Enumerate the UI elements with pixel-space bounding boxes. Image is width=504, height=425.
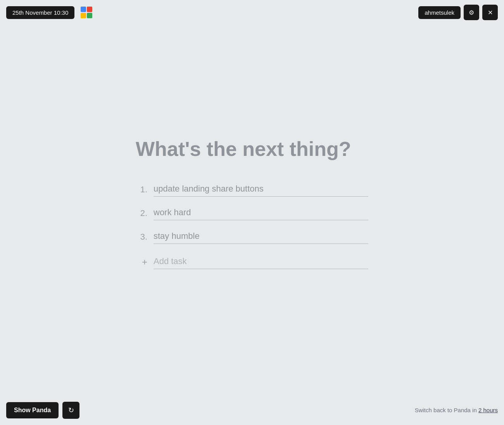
gear-icon: ⚙ xyxy=(469,9,474,16)
page-title: What's the next thing? xyxy=(136,137,351,161)
header-right: ahmetsulek ⚙ ✕ xyxy=(418,5,498,20)
task-input-3[interactable] xyxy=(154,230,368,244)
main-content: What's the next thing? 1. 2. 3. + xyxy=(136,137,368,272)
datetime-badge: 25th November 10:30 xyxy=(6,6,74,19)
user-badge: ahmetsulek xyxy=(418,6,461,19)
task-input-2[interactable] xyxy=(154,206,368,220)
header: 25th November 10:30 ahmetsulek ⚙ ✕ xyxy=(0,5,504,20)
task-number-3: 3. xyxy=(136,232,147,242)
task-number-2: 2. xyxy=(136,208,147,218)
color-cell-yellow xyxy=(81,13,86,18)
add-task-row: + xyxy=(136,252,368,272)
color-grid-icon xyxy=(79,5,94,20)
color-cell-red xyxy=(87,7,92,12)
task-item-3: 3. xyxy=(136,226,368,247)
task-number-1: 1. xyxy=(136,185,147,195)
refresh-icon: ↻ xyxy=(68,406,74,415)
refresh-button[interactable]: ↻ xyxy=(62,402,79,419)
footer-left: Show Panda ↻ xyxy=(6,402,79,419)
footer: Show Panda ↻ Switch back to Panda in 2 h… xyxy=(0,402,504,419)
task-item-2: 2. xyxy=(136,203,368,223)
settings-button[interactable]: ⚙ xyxy=(464,5,479,20)
close-button[interactable]: ✕ xyxy=(482,5,498,20)
color-cell-blue xyxy=(81,7,86,12)
switch-back-label: Switch back to Panda in xyxy=(415,407,478,413)
color-cell-green xyxy=(87,13,92,18)
add-task-input[interactable] xyxy=(154,255,368,269)
task-item-1: 1. xyxy=(136,179,368,200)
close-icon: ✕ xyxy=(488,9,493,16)
add-icon: + xyxy=(136,257,147,267)
task-list: 1. 2. 3. + xyxy=(136,179,368,272)
switch-back-text: Switch back to Panda in 2 hours xyxy=(415,407,498,414)
switch-back-link[interactable]: 2 hours xyxy=(478,407,498,413)
header-left: 25th November 10:30 xyxy=(6,5,94,20)
show-panda-button[interactable]: Show Panda xyxy=(6,402,59,418)
task-input-1[interactable] xyxy=(154,182,368,197)
